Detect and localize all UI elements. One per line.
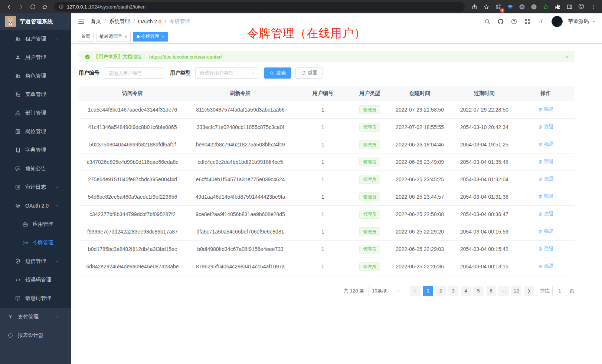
table-row: 41c41346a548490f9dc8b01c6bfe0865333ecfc7…	[79, 118, 575, 136]
forward-icon[interactable]	[16, 1, 26, 12]
user-name[interactable]: 芋道源码	[568, 18, 589, 25]
sidebar-item-error-code[interactable]: 错误码管理	[0, 271, 71, 289]
force-logout-button[interactable]: 强退	[538, 193, 553, 200]
breadcrumb: 首页/系统管理/OAuth 2.0/令牌管理	[91, 18, 190, 25]
sidebar: 🐰 芋道管理系统 租户管理用户管理角色管理菜单管理部门管理岗位管理字典管理通知公…	[0, 13, 71, 364]
help-icon[interactable]	[508, 16, 520, 27]
reload-icon[interactable]	[27, 1, 38, 12]
extension-command-icon[interactable]	[517, 1, 527, 12]
cell-created: 2022-06-25 23:45:25	[388, 171, 452, 188]
active-tab-dot	[137, 35, 140, 38]
sidebar-item-menu[interactable]: 菜单管理	[0, 85, 71, 104]
breadcrumb-separator: /	[133, 19, 135, 24]
avatar[interactable]	[552, 16, 563, 27]
user-type-label: 用户类型	[170, 70, 191, 76]
extension-record-icon[interactable]	[529, 1, 539, 12]
search-icon[interactable]	[482, 16, 493, 27]
alert-close-icon[interactable]: ×	[565, 54, 569, 60]
next-page-button[interactable]	[524, 286, 534, 296]
force-logout-button[interactable]: 强退	[538, 263, 553, 269]
sidebar-item-notice[interactable]: 通知公告	[0, 159, 71, 178]
page-button-1[interactable]: 1	[423, 286, 433, 296]
github-icon[interactable]	[495, 16, 506, 27]
tab-token[interactable]: 令牌管理×	[133, 32, 168, 42]
back-icon[interactable]	[4, 1, 14, 12]
extension-grid-icon[interactable]: 9	[493, 1, 503, 12]
trash-icon	[538, 194, 543, 199]
sidebar-item-post[interactable]: 岗位管理	[0, 122, 71, 141]
force-logout-button[interactable]: 强退	[538, 228, 553, 235]
main: 首页/系统管理/OAuth 2.0/令牌管理 TT 芋道源码 首页敏感词管理×令…	[71, 13, 602, 364]
cell-user-id: 1	[294, 136, 351, 153]
sidebar-item-user[interactable]: 用户管理	[0, 48, 71, 67]
trash-icon	[538, 107, 543, 112]
user-type-select[interactable]: 请选择用户类型	[195, 67, 259, 79]
sidebar-item-pay[interactable]: ¥支付管理	[0, 308, 71, 326]
page-ellipsis[interactable]: ···	[498, 286, 509, 296]
cell-user-type: 管理员	[351, 240, 388, 258]
sidebar-item-oauth2-app[interactable]: 应用管理	[0, 215, 71, 234]
pay-icon: ¥	[7, 314, 13, 320]
sidebar-item-sensitive-word[interactable]: 敏感词管理	[0, 289, 71, 308]
table-row: f9336e7c7dd242a283ee98dc86b17a87dfa6c71a…	[79, 223, 575, 240]
page-button-2[interactable]: 2	[435, 286, 446, 296]
reset-button[interactable]: 重置	[295, 67, 323, 79]
tab-sensitive-word[interactable]: 敏感词管理×	[96, 32, 131, 42]
sidebar-item-oauth2[interactable]: OAuth 2.0	[0, 196, 71, 215]
sidebar-item-sms[interactable]: 短信管理	[0, 252, 71, 271]
prev-page-button[interactable]	[410, 286, 421, 296]
force-logout-button[interactable]: 强退	[538, 123, 553, 130]
profile-emoji-icon[interactable]: 😜	[576, 1, 586, 12]
force-logout-button[interactable]: 强退	[538, 211, 553, 217]
font-size-icon[interactable]: TT	[535, 16, 546, 27]
sidebar-item-audit-log[interactable]: 审计日志	[0, 178, 71, 196]
breadcrumb-item[interactable]: 首页	[91, 18, 101, 25]
page-button-4[interactable]: 4	[461, 286, 471, 296]
browser-menu-icon[interactable]	[588, 1, 598, 12]
navbar-right: TT 芋道源码	[482, 16, 596, 27]
page-button-6[interactable]: 6	[486, 286, 496, 296]
force-logout-button[interactable]: 强退	[538, 158, 553, 165]
user-id-input[interactable]	[104, 67, 164, 79]
hamburger-icon[interactable]	[78, 18, 85, 25]
reset-button-label: 重置	[308, 70, 317, 76]
sidebar-item-tenant[interactable]: 租户管理	[0, 30, 71, 48]
sidebar-item-dict[interactable]: 字典管理	[0, 141, 71, 159]
force-logout-label: 强退	[544, 193, 553, 200]
goto-page-input[interactable]	[552, 286, 567, 296]
breadcrumb-item[interactable]: OAuth 2.0	[138, 19, 161, 24]
page-button-3[interactable]: 3	[448, 286, 458, 296]
page-button-12[interactable]: 12	[511, 286, 521, 296]
fullscreen-icon[interactable]	[522, 16, 533, 27]
sidebar-item-dept[interactable]: 部门管理	[0, 104, 71, 122]
cell-created: 2022-06-25 22:29:20	[388, 223, 452, 240]
home-icon[interactable]	[39, 1, 50, 12]
search-button[interactable]: 搜索	[264, 67, 291, 79]
force-logout-button[interactable]: 强退	[538, 141, 553, 148]
close-icon[interactable]: ×	[124, 34, 127, 39]
share-icon[interactable]	[469, 1, 480, 12]
close-icon[interactable]: ×	[162, 34, 165, 39]
extension-gem-icon[interactable]	[505, 1, 515, 12]
extensions-puzzle-icon[interactable]	[552, 1, 563, 12]
bookmark-star-icon[interactable]	[481, 1, 491, 12]
extension-green-star-icon[interactable]	[540, 1, 551, 12]
force-logout-button[interactable]: 强退	[538, 176, 553, 182]
side-panel-icon[interactable]	[564, 1, 575, 12]
tab-home[interactable]: 首页	[78, 32, 94, 42]
breadcrumb-item[interactable]: 系统管理	[109, 18, 130, 25]
info-icon[interactable]	[59, 4, 64, 9]
sidebar-item-oauth2-token[interactable]: 令牌管理	[0, 234, 71, 252]
page-size-select[interactable]: 10条/页	[369, 286, 404, 296]
app-logo[interactable]: 🐰 芋道管理系统	[0, 13, 71, 30]
sidebar-item-role[interactable]: 角色管理	[0, 67, 71, 85]
page-button-5[interactable]: 5	[473, 286, 484, 296]
address-bar[interactable]: 127.0.0.1:1024/system/oauth2/token	[54, 2, 465, 11]
force-logout-button[interactable]: 强退	[538, 106, 553, 113]
extension-badge: 9	[500, 9, 504, 13]
cell-expires: 2054-03-04 00:36:47	[452, 205, 517, 223]
caret-down-icon[interactable]	[592, 19, 596, 24]
force-logout-button[interactable]: 强退	[538, 245, 553, 252]
alert-link[interactable]: https://doc.iocoder.cn/user-center/	[149, 54, 222, 60]
sidebar-item-report-designer[interactable]: 报表设计器	[0, 326, 71, 345]
